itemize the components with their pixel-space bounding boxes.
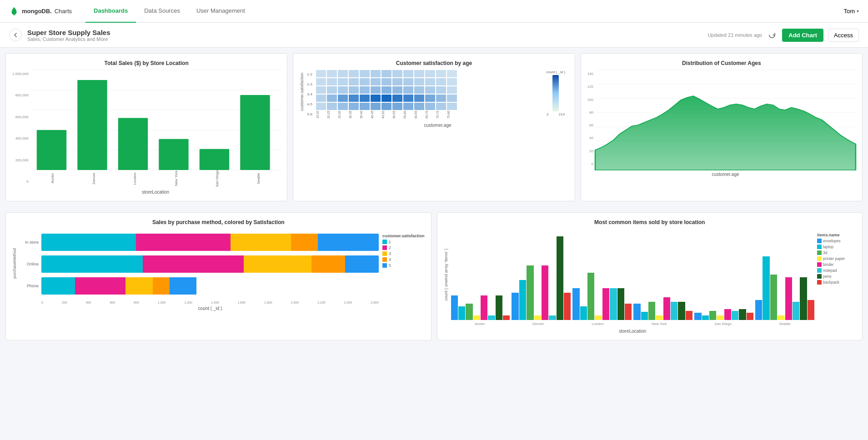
refresh-button[interactable] (767, 30, 778, 40)
heatmap-y-label: customer.satisfaction (300, 73, 304, 111)
dashboard-header: Super Store Supply Sales Sales, Customer… (0, 23, 868, 48)
chart-total-sales: Total Sales ($) by Store Location 1,000,… (5, 53, 287, 201)
user-name: Tom (843, 8, 855, 15)
add-chart-button[interactable]: Add Chart (782, 29, 823, 42)
chevron-left-icon (13, 32, 18, 38)
grouped-x-label: storeLocation (451, 329, 815, 334)
bar1-x-label: storeLocation (30, 190, 281, 195)
svg-rect-11 (199, 149, 229, 170)
chart-items-by-location: Most common items sold by store location… (437, 212, 863, 340)
stacked-x-label: count ( _id ) (41, 306, 379, 311)
svg-rect-12 (240, 95, 270, 170)
heatmap-x-label: customer.age (307, 123, 568, 128)
mongodb-logo-icon (9, 6, 19, 16)
chart-satisfaction-heatmap: Customer satisfaction by age customer.sa… (293, 53, 575, 201)
grouped-y-label: count ( unwind array 'items' ) (444, 249, 448, 300)
area-chart-svg (595, 70, 856, 170)
refresh-icon (768, 31, 776, 39)
chart-age-distribution: Distribution of Customer Ages 140 120 10… (581, 53, 863, 201)
chart-title-items: Most common items sold by store location (444, 219, 856, 225)
svg-rect-0 (14, 13, 15, 15)
dashboard-title-group: Super Store Supply Sales Sales, Customer… (27, 29, 707, 42)
dashboard-subtitle: Sales, Customer Analytics and More (27, 36, 707, 42)
svg-rect-8 (77, 80, 107, 170)
chart-title-age-dist: Distribution of Customer Ages (587, 60, 856, 66)
svg-rect-10 (159, 139, 188, 170)
chart-title-total-sales: Total Sales ($) by Store Location (12, 60, 281, 66)
main-nav: Dashboards Data Sources User Management (85, 0, 843, 23)
area-x-label: customer.age (595, 172, 856, 177)
back-button[interactable] (9, 29, 22, 41)
grouped-legend-title: items.name (817, 233, 856, 237)
charts-grid-bottom: Sales by purchase method, colored by Sat… (0, 212, 868, 346)
bar-chart-svg (30, 70, 281, 170)
dashboard-title: Super Store Supply Sales (27, 29, 707, 36)
chart-title-purchase: Sales by purchase method, colored by Sat… (12, 219, 425, 225)
svg-rect-9 (118, 118, 147, 170)
logo-charts-text: Charts (55, 8, 72, 15)
nav-user-management[interactable]: User Management (188, 0, 253, 23)
brand-text: mongoDB. (22, 8, 52, 15)
updated-text: Updated 21 minutes ago (707, 32, 762, 38)
user-menu[interactable]: Tom ▾ (843, 8, 859, 15)
dashboard-actions: Updated 21 minutes ago Add Chart Access (707, 29, 859, 42)
header-right: Tom ▾ (843, 8, 859, 15)
access-button[interactable]: Access (828, 29, 859, 42)
stacked-legend-title: customer.satisfaction (382, 234, 425, 238)
logo: mongoDB. Charts (9, 6, 72, 16)
chart-purchase-method: Sales by purchase method, colored by Sat… (5, 212, 431, 340)
top-header: mongoDB. Charts Dashboards Data Sources … (0, 0, 868, 23)
charts-grid-top: Total Sales ($) by Store Location 1,000,… (0, 48, 868, 212)
chart-title-heatmap: Customer satisfaction by age (300, 60, 568, 66)
heatmap-legend-label: count ( _id ) (546, 70, 565, 74)
nav-dashboards[interactable]: Dashboards (85, 0, 136, 23)
chevron-down-icon: ▾ (857, 9, 859, 14)
nav-data-sources[interactable]: Data Sources (136, 0, 188, 23)
svg-rect-7 (36, 130, 66, 170)
stacked-y-label: purchaseMethod (12, 248, 17, 279)
